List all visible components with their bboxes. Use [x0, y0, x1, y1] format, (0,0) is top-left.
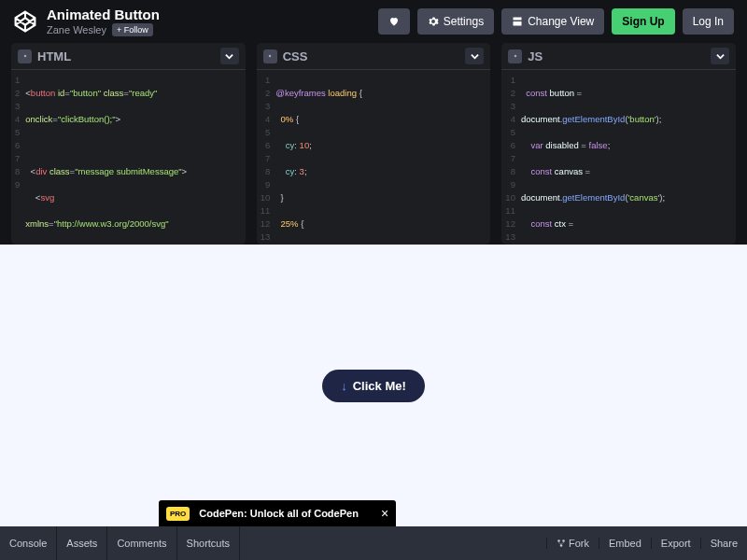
- chevron-down-icon[interactable]: [220, 48, 239, 64]
- fork-icon: [557, 539, 566, 548]
- signup-button[interactable]: Sign Up: [612, 8, 674, 35]
- footer: Console Assets Comments Shortcuts Fork E…: [0, 526, 747, 560]
- svg-rect-0: [514, 18, 522, 21]
- svg-point-2: [23, 55, 26, 58]
- svg-point-4: [514, 55, 517, 58]
- promo-text: CodePen: Unlock all of CodePen: [199, 508, 359, 519]
- js-code-area[interactable]: 1234567891011121314 const button = docum…: [501, 70, 736, 245]
- embed-tab[interactable]: Embed: [599, 538, 651, 549]
- svg-rect-1: [514, 21, 522, 26]
- gear-icon: [428, 16, 439, 27]
- gear-icon[interactable]: [508, 49, 522, 63]
- author-name[interactable]: Zane Wesley: [47, 24, 106, 35]
- follow-button[interactable]: + Follow: [112, 23, 153, 36]
- header: Animated Button Zane Wesley + Follow Set…: [0, 0, 747, 43]
- svg-point-3: [269, 55, 272, 58]
- svg-point-5: [557, 539, 560, 542]
- chevron-down-icon[interactable]: [711, 48, 729, 64]
- settings-button[interactable]: Settings: [417, 8, 494, 35]
- editor-title: CSS: [283, 49, 466, 63]
- change-view-button[interactable]: Change View: [501, 8, 604, 35]
- console-tab[interactable]: Console: [0, 526, 57, 560]
- heart-icon: [388, 16, 400, 27]
- comments-tab[interactable]: Comments: [107, 526, 176, 560]
- css-code-area[interactable]: 12345678910111213141516 @keyframes loadi…: [257, 70, 491, 245]
- editor-title: HTML: [37, 49, 220, 63]
- close-icon[interactable]: ×: [381, 506, 388, 521]
- fork-tab[interactable]: Fork: [546, 538, 599, 549]
- login-button[interactable]: Log In: [683, 8, 734, 35]
- js-editor: JS 1234567891011121314 const button = do…: [501, 43, 736, 245]
- codepen-logo-icon: [13, 9, 37, 34]
- css-editor: CSS 12345678910111213141516 @keyframes l…: [257, 43, 491, 245]
- editors-row: HTML 123456789 <button id="button" class…: [0, 43, 747, 245]
- html-editor: HTML 123456789 <button id="button" class…: [11, 43, 246, 245]
- promo-banner[interactable]: PRO CodePen: Unlock all of CodePen ×: [159, 500, 396, 526]
- gear-icon[interactable]: [263, 49, 277, 63]
- export-tab[interactable]: Export: [651, 538, 700, 549]
- chevron-down-icon[interactable]: [465, 48, 484, 64]
- layout-icon: [512, 16, 523, 27]
- html-code-area[interactable]: 123456789 <button id="button" class="rea…: [11, 70, 246, 245]
- gear-icon[interactable]: [18, 49, 32, 63]
- assets-tab[interactable]: Assets: [57, 526, 107, 560]
- share-tab[interactable]: Share: [700, 538, 747, 549]
- heart-button[interactable]: [378, 8, 410, 35]
- svg-point-6: [562, 539, 565, 542]
- pro-badge: PRO: [166, 507, 190, 521]
- svg-point-7: [560, 544, 563, 547]
- arrow-down-icon: ↓: [341, 379, 347, 393]
- editor-title: JS: [528, 49, 711, 63]
- shortcuts-tab[interactable]: Shortcuts: [177, 526, 240, 560]
- preview-click-button[interactable]: ↓ Click Me!: [322, 370, 425, 402]
- preview-pane: ↓ Click Me!: [0, 245, 747, 526]
- pen-title: Animated Button: [47, 7, 378, 22]
